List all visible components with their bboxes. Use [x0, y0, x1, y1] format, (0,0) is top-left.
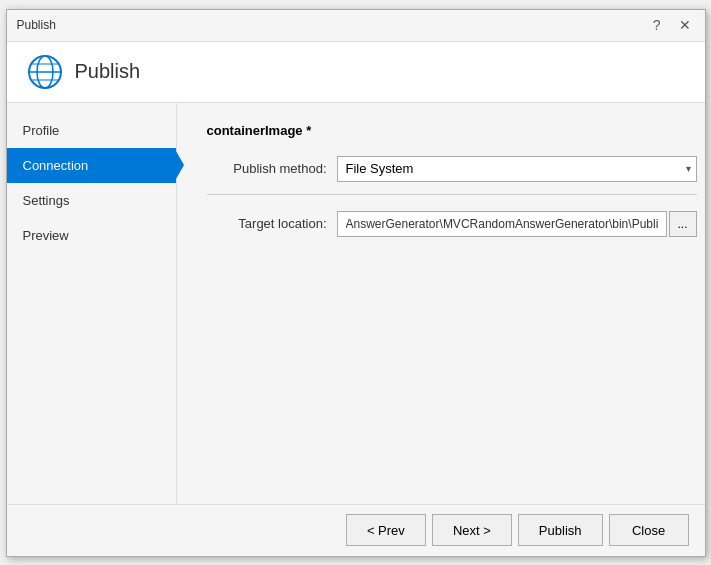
- main-content: containerImage * Publish method: File Sy…: [177, 103, 705, 504]
- next-button[interactable]: Next >: [432, 514, 512, 546]
- browse-button[interactable]: ...: [669, 211, 697, 237]
- title-bar: Publish ? ✕: [7, 10, 705, 42]
- target-location-field: ...: [337, 211, 697, 237]
- title-bar-left: Publish: [17, 18, 56, 32]
- footer: < Prev Next > Publish Close: [7, 504, 705, 556]
- sidebar-item-connection[interactable]: Connection: [7, 148, 176, 183]
- target-location-input[interactable]: [337, 211, 667, 237]
- publish-method-label: Publish method:: [207, 161, 337, 176]
- divider: [207, 194, 697, 195]
- publish-method-row: Publish method: File System ▾: [207, 156, 697, 182]
- target-location-label: Target location:: [207, 216, 337, 231]
- sidebar-item-settings[interactable]: Settings: [7, 183, 176, 218]
- close-title-button[interactable]: ✕: [675, 18, 695, 32]
- content-area: Profile Connection Settings Preview cont…: [7, 103, 705, 504]
- sidebar-item-preview[interactable]: Preview: [7, 218, 176, 253]
- header-title: Publish: [75, 60, 141, 83]
- close-button[interactable]: Close: [609, 514, 689, 546]
- header-section: Publish: [7, 42, 705, 103]
- sidebar: Profile Connection Settings Preview: [7, 103, 177, 504]
- section-title: containerImage *: [207, 123, 697, 138]
- title-bar-title: Publish: [17, 18, 56, 32]
- help-button[interactable]: ?: [649, 18, 665, 32]
- publish-dialog: Publish ? ✕ Publish Profile Connection: [6, 9, 706, 557]
- prev-button[interactable]: < Prev: [346, 514, 426, 546]
- publish-button[interactable]: Publish: [518, 514, 603, 546]
- title-bar-controls: ? ✕: [649, 18, 695, 32]
- sidebar-item-profile[interactable]: Profile: [7, 113, 176, 148]
- globe-icon: [27, 54, 63, 90]
- publish-method-field: File System ▾: [337, 156, 697, 182]
- publish-method-select[interactable]: File System: [337, 156, 697, 182]
- target-location-row: Target location: ...: [207, 211, 697, 237]
